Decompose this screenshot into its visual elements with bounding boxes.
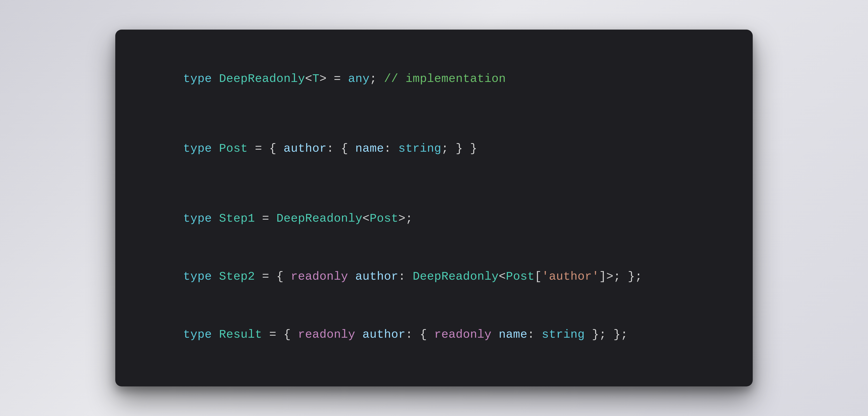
punct-1c: ; [370, 72, 384, 85]
keyword-readonly-2: readonly [298, 328, 363, 341]
punct-5b: : { [405, 328, 434, 341]
keyword-type-3: type [183, 212, 219, 225]
punct-4e: ]>; }; [599, 270, 642, 283]
code-block: type DeepReadonly<T> = any; // implement… [140, 50, 728, 364]
punct-2d: ; } } [441, 142, 477, 155]
name-post-2: Post [370, 212, 398, 225]
field-author-2: author [355, 270, 398, 283]
punct-5c: : [527, 328, 541, 341]
name-step1: Step1 [219, 212, 255, 225]
punct-3b: < [363, 212, 370, 225]
name-deepreadonly-2: DeepReadonly [276, 212, 363, 225]
punct-3a: = [255, 212, 276, 225]
punct-2c: : [384, 142, 398, 155]
punct-5d: }; }; [585, 328, 628, 341]
name-post: Post [219, 142, 248, 155]
type-string-2: string [542, 328, 585, 341]
code-line-4: type Step2 = { readonly author: DeepRead… [140, 248, 728, 306]
keyword-type-5: type [183, 328, 219, 341]
keyword-any: any [348, 72, 370, 85]
code-container: type DeepReadonly<T> = any; // implement… [115, 30, 753, 386]
code-line-1: type DeepReadonly<T> = any; // implement… [140, 50, 728, 108]
punct-4c: < [499, 270, 506, 283]
comment-implementation: // implementation [384, 72, 506, 85]
name-result: Result [219, 328, 262, 341]
punct-4d: [ [535, 270, 542, 283]
punct-4b: : [398, 270, 412, 283]
field-author-3: author [363, 328, 405, 341]
blank-line-1 [140, 108, 728, 119]
punct-1a: < [305, 72, 312, 85]
type-string-1: string [398, 142, 441, 155]
name-post-3: Post [506, 270, 535, 283]
punct-3c: >; [398, 212, 412, 225]
field-author-1: author [284, 142, 327, 155]
generic-t: T [312, 72, 319, 85]
code-line-2: type Post = { author: { name: string; } … [140, 119, 728, 178]
keyword-type-2: type [183, 142, 219, 155]
blank-line-2 [140, 178, 728, 189]
code-line-3: type Step1 = DeepReadonly<Post>; [140, 189, 728, 248]
keyword-type-4: type [183, 270, 219, 283]
name-deepreadonly-1: DeepReadonly [219, 72, 305, 85]
keyword-type-1: type [183, 72, 219, 85]
code-line-5: type Result = { readonly author: { reado… [140, 306, 728, 364]
keyword-readonly-1: readonly [291, 270, 355, 283]
punct-1b: > = [319, 72, 348, 85]
field-name-2: name [499, 328, 527, 341]
name-step2: Step2 [219, 270, 255, 283]
punct-2a: = { [248, 142, 284, 155]
punct-2b: : { [327, 142, 355, 155]
name-deepreadonly-3: DeepReadonly [413, 270, 499, 283]
punct-5a: = { [262, 328, 298, 341]
punct-4a: = { [255, 270, 291, 283]
string-author: 'author' [542, 270, 599, 283]
field-name-1: name [355, 142, 384, 155]
keyword-readonly-3: readonly [434, 328, 499, 341]
